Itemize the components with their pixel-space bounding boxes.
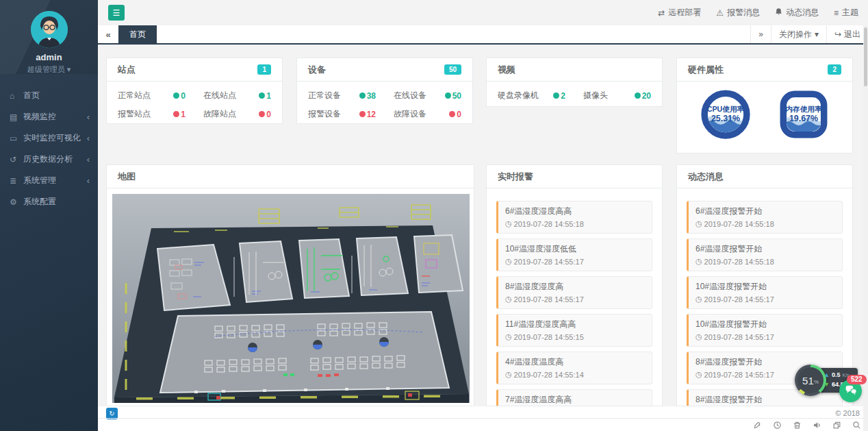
user-panel: admin 超级管理员 ▾ — [0, 0, 98, 74]
station-badge: 1 — [257, 64, 271, 75]
alarm-item: 7#温湿度温度高高 ◷2019-07-28 14:55:12 — [496, 389, 652, 406]
avatar[interactable] — [31, 11, 68, 48]
system-monitor-gauge[interactable]: 51% — [795, 365, 826, 396]
sidebar-item-home[interactable]: ⌂ 首页 — [0, 85, 98, 106]
status-dot — [449, 111, 455, 117]
clock-icon: ◷ — [505, 257, 512, 266]
snapshot-icon[interactable] — [773, 421, 782, 430]
sidebar-item-video-monitor[interactable]: ▤ 视频监控 ‹ — [0, 106, 98, 127]
metric-label: 报警设备 — [308, 108, 341, 120]
search-icon[interactable] — [852, 421, 861, 430]
alarm-list: 6#温湿度湿度高高 ◷2019-07-28 14:55:18 10#温湿度湿度低… — [487, 188, 662, 406]
sidebar-item-history-analysis[interactable]: ↺ 历史数据分析 ‹ — [0, 149, 98, 170]
clock-icon: ◷ — [505, 295, 512, 304]
bell-icon — [775, 8, 782, 18]
realtime-alarm-card: 实时报警 6#温湿度湿度高高 ◷2019-07-28 14:55:18 10#温… — [486, 164, 663, 406]
status-dot — [553, 93, 559, 99]
sidebar-item-system-config[interactable]: ⚙ 系统配置 — [0, 191, 98, 212]
sidebar-nav: ⌂ 首页 ▤ 视频监控 ‹ ▭ 实时监控可视化 ‹ ↺ 历史数据分析 ‹ ≣ 系… — [0, 85, 98, 212]
chevron-left-icon: ‹ — [87, 133, 90, 143]
notification-count-badge: 522 — [847, 375, 867, 384]
history-icon: ↺ — [10, 155, 23, 164]
metric-label: 硬盘录像机 — [498, 90, 539, 101]
chevron-left-icon: ‹ — [87, 112, 90, 122]
status-icon-row — [98, 418, 868, 431]
system-monitor-value: 51% — [797, 367, 824, 393]
clock-icon: ◷ — [695, 257, 702, 266]
tab-home[interactable]: 首页 — [118, 25, 157, 43]
clock-icon: ◷ — [695, 370, 702, 379]
metric-value: 38 — [367, 91, 376, 101]
video-icon: ▤ — [10, 112, 23, 122]
tabs-scroll-right-button[interactable]: » — [750, 25, 771, 43]
sidebar-item-system-manage[interactable]: ≣ 系统管理 ‹ — [0, 170, 98, 191]
cpu-usage-gauge: CPU使用率 25.31% — [700, 88, 752, 140]
scrollbar-thumb[interactable] — [864, 27, 867, 86]
topbar-links: ⇄ 远程部署 ⚠ 报警消息 动态消息 ≡ 主题 — [658, 0, 858, 25]
bars-icon: ≡ — [834, 8, 839, 18]
rocket-icon[interactable] — [753, 421, 762, 430]
clock-icon: ◷ — [505, 219, 512, 228]
restore-window-icon[interactable] — [832, 421, 841, 430]
card-title: 设备 — [308, 64, 326, 76]
home-icon: ⌂ — [10, 91, 23, 101]
memory-gauge-label: 内存使用率 — [785, 105, 822, 113]
remote-deploy-link[interactable]: ⇄ 远程部署 — [658, 7, 701, 19]
avatar-image — [31, 11, 68, 48]
map-3d-floorplan[interactable] — [112, 194, 470, 403]
user-role-dropdown[interactable]: 超级管理员 ▾ — [0, 64, 98, 75]
metric-label: 故障设备 — [394, 108, 426, 120]
metric-label: 故障站点 — [203, 108, 236, 120]
close-operations-dropdown[interactable]: 关闭操作 ▾ — [771, 25, 826, 43]
caret-down-icon: ▾ — [67, 65, 71, 73]
dynamic-message-link[interactable]: 动态消息 — [775, 7, 819, 19]
message-item: 10#温湿度报警开始 ◷2019-07-28 14:55:17 — [687, 276, 843, 309]
tabs-scroll-left-button[interactable]: « — [98, 25, 118, 43]
status-dot — [635, 93, 641, 99]
hamburger-menu-button[interactable]: ☰ — [108, 5, 125, 21]
alarm-item: 4#温湿度温度高 ◷2019-07-28 14:55:14 — [496, 352, 652, 384]
card-title: 实时报警 — [498, 171, 533, 183]
card-title: 硬件属性 — [688, 64, 724, 76]
status-dot — [173, 93, 179, 99]
clock-icon: ◷ — [695, 219, 702, 228]
message-item: 10#温湿度报警开始 ◷2019-07-28 14:55:17 — [687, 314, 843, 347]
logout-icon: ↪ — [834, 29, 841, 39]
memory-gauge-value: 19.67% — [789, 114, 818, 123]
metric-value: 2 — [561, 91, 565, 101]
list-icon: ≣ — [10, 176, 23, 186]
speaker-icon[interactable] — [813, 421, 821, 430]
metric-label: 正常设备 — [308, 90, 341, 101]
theme-link[interactable]: ≡ 主题 — [834, 7, 858, 19]
logout-button[interactable]: ↪ 退出 — [826, 25, 868, 43]
card-title: 动态消息 — [688, 171, 724, 183]
chevron-left-icon: ‹ — [87, 154, 90, 164]
status-dot — [259, 111, 265, 117]
alarm-message-link[interactable]: ⚠ 报警消息 — [716, 7, 760, 19]
metric-value: 20 — [642, 91, 651, 101]
station-card: 站点 1 正常站点 0 在线站点 1 报警站点 1 故障站点 0 — [106, 58, 283, 124]
alarm-item: 8#温湿度湿度高 ◷2019-07-28 14:55:17 — [496, 276, 652, 309]
username: admin — [0, 52, 98, 62]
status-dot — [173, 111, 179, 117]
metric-value: 12 — [367, 110, 376, 119]
vertical-scrollbar — [863, 25, 868, 431]
metric-label: 正常站点 — [118, 90, 151, 101]
card-title: 地图 — [118, 171, 136, 183]
clock-icon: ◷ — [695, 295, 702, 304]
metric-label: 报警站点 — [118, 108, 151, 120]
transfer-icon: ⇄ — [658, 8, 665, 18]
sidebar-item-realtime-visual[interactable]: ▭ 实时监控可视化 ‹ — [0, 127, 98, 149]
tab-controls: » 关闭操作 ▾ ↪ 退出 — [750, 25, 868, 43]
trash-icon[interactable] — [793, 421, 802, 430]
status-dot — [445, 93, 451, 99]
metric-value: 0 — [266, 110, 271, 119]
status-dot — [359, 93, 366, 99]
footer: ↻ © 2018 — [98, 406, 868, 431]
hardware-card: 硬件属性 2 CPU使用率 25.31% — [676, 58, 853, 153]
sidebar: admin 超级管理员 ▾ ⌂ 首页 ▤ 视频监控 ‹ ▭ 实时监控可视化 ‹ … — [0, 0, 98, 431]
top-bar: ☰ ⇄ 远程部署 ⚠ 报警消息 动态消息 ≡ 主题 — [98, 0, 868, 25]
clock-icon: ◷ — [505, 370, 512, 379]
cpu-gauge-value: 25.31% — [711, 114, 740, 123]
gear-icon: ⚙ — [10, 197, 23, 207]
